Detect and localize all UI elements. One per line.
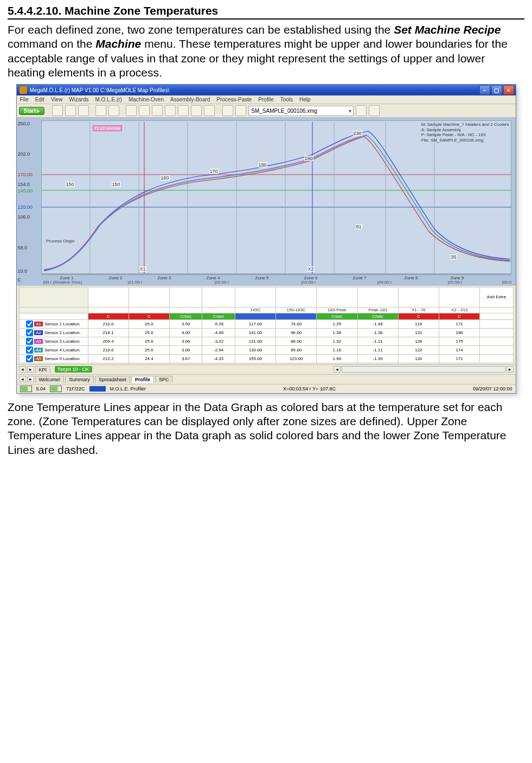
status-coords: X=00:03:54 r Y= 107.8C: [283, 386, 336, 392]
toolbar-btn-print[interactable]: [78, 105, 89, 116]
zone-upper-2: 150: [112, 182, 121, 187]
toolbar-btn-prev[interactable]: [222, 105, 233, 116]
toolbar-btn-g[interactable]: [204, 105, 215, 116]
toolbar-btn-e[interactable]: [178, 105, 189, 116]
unit2: C: [129, 313, 169, 319]
toolbar-btn-save[interactable]: [65, 105, 76, 116]
sensor-checkbox[interactable]: [26, 338, 33, 345]
toolbar-btn-down[interactable]: [369, 105, 380, 116]
data-cell: 175: [439, 337, 480, 345]
marker-x1: X1: [139, 266, 146, 272]
zone-upper-4: 170: [209, 169, 219, 174]
data-cell: -1.11: [357, 345, 398, 354]
toolbar-btn-next[interactable]: [235, 105, 246, 116]
data-cell: -1.48: [357, 319, 398, 328]
para1-d: Machine: [95, 37, 141, 50]
toolbar-btn-b[interactable]: [139, 105, 150, 116]
data-cell: 174: [439, 345, 480, 354]
sheet-tab-prev[interactable]: ◂: [19, 376, 26, 382]
zone-lower-9: 35: [451, 254, 457, 260]
kpi-target[interactable]: Target 10 - OK: [55, 366, 92, 373]
toolbar-btn-1[interactable]: [52, 105, 63, 116]
sheet-tab-next[interactable]: ▸: [27, 376, 34, 382]
info-line: M: Sample Machine_7 Heaters and 2 Cooler…: [421, 122, 509, 127]
file-select[interactable]: SM_SAMPLE_000106.xmg: [248, 106, 354, 116]
x-tick: |06:0: [502, 280, 512, 285]
tab-spc[interactable]: SPC: [155, 376, 173, 383]
data-cell: 216.1: [88, 328, 129, 337]
conveyor-speed: 71.12 cm/min: [93, 125, 122, 131]
toolbar-btn-d[interactable]: [165, 105, 176, 116]
toolbar-btn-c[interactable]: [152, 105, 163, 116]
close-button[interactable]: ×: [503, 85, 514, 95]
sensor-cell[interactable]: A1Sensor 1 Location.: [19, 319, 88, 328]
sensor-name: Sensor 3 Location.: [44, 339, 81, 344]
tab-scroll-left[interactable]: ◂: [19, 366, 26, 373]
closing-paragraph: Zone Temperature Lines appear in the Dat…: [8, 400, 524, 457]
extra-cell: [480, 319, 513, 328]
menu-profile[interactable]: Profile: [258, 97, 273, 102]
menu-machine-oven[interactable]: Machine-Oven: [129, 97, 164, 102]
menu-assembly-board[interactable]: Assembly-Board: [170, 97, 210, 102]
tab-welcome[interactable]: Welcome!: [35, 376, 65, 383]
toolbar-btn-zoomin[interactable]: [108, 105, 119, 116]
data-cell: 96.00: [276, 328, 317, 337]
start-button[interactable]: Start▸: [19, 107, 45, 115]
toolbar-btn-zoomout[interactable]: [95, 105, 106, 116]
hscroll-bar[interactable]: [342, 366, 505, 373]
data-cell: -5.28: [202, 319, 235, 328]
menu-edit[interactable]: Edit: [35, 97, 44, 102]
tab-summary[interactable]: Summary: [65, 376, 94, 383]
sensor-checkbox[interactable]: [26, 347, 33, 354]
hscroll-left[interactable]: ◂: [334, 366, 341, 373]
sensor-cell[interactable]: A5Sensor 5 Location.: [19, 354, 88, 363]
header-row: Maximum Temperature Minimum Temperature …: [19, 287, 513, 307]
sensor-cell[interactable]: A2Sensor 2 Location.: [19, 328, 88, 337]
tab-profile[interactable]: Profile: [131, 376, 154, 383]
data-cell: 74.00: [276, 319, 317, 328]
data-cell: 119: [398, 319, 439, 328]
data-cell: 171: [439, 319, 480, 328]
col-add-extra[interactable]: Add Extra: [480, 287, 513, 307]
sensor-name: Sensor 1 Location.: [44, 322, 81, 326]
menu-mole[interactable]: M.O.L.E.(r): [95, 97, 121, 102]
data-cell: 131: [398, 328, 439, 337]
extra-cell: [480, 345, 513, 354]
status-mole: M.O.L.E. Profiler: [110, 386, 146, 392]
menu-file[interactable]: File: [20, 97, 29, 102]
sensor-cell[interactable]: A4Sensor 4 Location.: [19, 345, 88, 354]
unit2: C/sec: [202, 313, 235, 319]
sensor-checkbox[interactable]: [26, 320, 33, 328]
sensor-checkbox[interactable]: [26, 329, 33, 336]
tab-kpi[interactable]: KPI: [35, 366, 51, 373]
data-table: Maximum Temperature Minimum Temperature …: [19, 287, 514, 363]
maximize-button[interactable]: ▢: [491, 85, 502, 95]
sensor-name: Sensor 5 Location.: [44, 356, 81, 361]
unit-row-1: C C C/sec C/sec 145C 150-183C 183-Peak P…: [19, 307, 513, 313]
data-table-wrap: Maximum Temperature Minimum Temperature …: [17, 286, 516, 364]
zone-upper-7: 230: [353, 131, 362, 136]
data-cell: 3.06: [170, 337, 202, 345]
tab-scroll-right[interactable]: ▸: [27, 366, 34, 373]
app-window: MegaM.O.L.E.(r) MAP V1.00 C:\MegaMOLE Ma…: [16, 84, 516, 394]
toolbar-btn-a[interactable]: [126, 105, 137, 116]
marker-x2: X2: [307, 266, 315, 272]
toolbar-btn-f[interactable]: [191, 105, 202, 116]
menu-wizards[interactable]: Wizards: [69, 97, 88, 102]
tab-spreadsheet[interactable]: Spreadsheet: [95, 376, 130, 383]
sensor-cell[interactable]: A3Sensor 3 Location.: [19, 337, 88, 345]
menu-help[interactable]: Help: [299, 97, 311, 102]
toolbar-btn-up[interactable]: [356, 105, 367, 116]
menu-view[interactable]: View: [51, 97, 63, 102]
data-cell: 25.6: [129, 337, 169, 345]
data-cell: 123.00: [276, 354, 317, 363]
battery-icon: [20, 386, 32, 392]
data-cell: -3.22: [202, 337, 235, 345]
menu-process-paste[interactable]: Process-Paste: [216, 97, 252, 102]
minimize-button[interactable]: –: [479, 85, 490, 95]
sensor-checkbox[interactable]: [26, 355, 33, 362]
hscroll-right[interactable]: ▸: [507, 366, 514, 373]
menu-tools[interactable]: Tools: [280, 97, 293, 102]
unit2: C/sec: [357, 313, 398, 319]
plot-svg: Process Origin: [17, 118, 516, 286]
